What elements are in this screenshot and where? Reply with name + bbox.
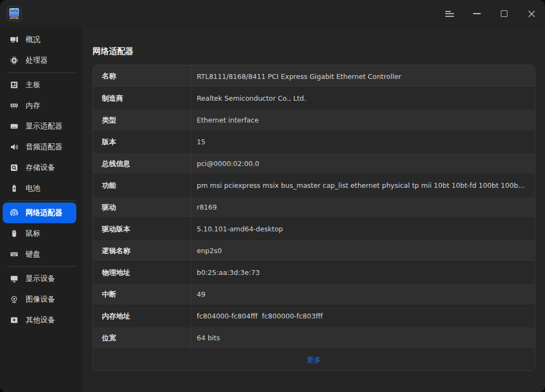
- row-value: enp2s0: [191, 240, 535, 261]
- sidebar-item-storage[interactable]: 存储设备: [3, 157, 76, 178]
- row-label: 中断: [93, 284, 191, 305]
- row-label: 名称: [93, 65, 191, 87]
- sidebar-item-label: 显示设备: [26, 274, 55, 284]
- menu-icon: [445, 9, 454, 18]
- sidebar-item-label: 网络适配器: [26, 208, 63, 218]
- sidebar-item-label: 其他设备: [26, 315, 55, 325]
- table-row: 总线信息pci@0000:02:00.0: [93, 152, 535, 174]
- row-value: RTL8111/8168/8411 PCI Express Gigabit Et…: [191, 65, 535, 87]
- sidebar-item-audio-adapter[interactable]: 音频适配器: [3, 137, 76, 157]
- sidebar-item-other-device[interactable]: 其他设备: [3, 310, 76, 330]
- row-label: 制造商: [93, 88, 191, 109]
- sidebar-item-motherboard[interactable]: 主板: [3, 75, 76, 95]
- storage-icon: [10, 163, 19, 172]
- row-value: pci@0000:02:00.0: [191, 153, 535, 174]
- sidebar-item-image-device[interactable]: 图像设备: [3, 289, 76, 310]
- table-row: 功能pm msi pciexpress msix bus_master cap_…: [93, 174, 535, 196]
- table-row: 位宽64 bits: [93, 327, 535, 348]
- sidebar-item-label: 鼠标: [26, 229, 40, 238]
- battery-icon: [10, 184, 19, 193]
- sidebar-item-label: 电池: [26, 183, 40, 193]
- row-label: 逻辑名称: [93, 240, 191, 261]
- image-device-icon: [10, 295, 19, 304]
- row-label: 总线信息: [93, 153, 191, 174]
- table-row: 驱动r8169: [93, 196, 535, 218]
- sidebar-item-mouse[interactable]: 鼠标: [3, 223, 76, 244]
- titlebar: info: [0, 0, 545, 27]
- row-label: 类型: [93, 109, 191, 131]
- sidebar-item-label: 显示适配器: [26, 121, 63, 131]
- mouse-icon: [10, 229, 19, 238]
- window-controls: [436, 0, 545, 27]
- cpu-icon: [10, 56, 19, 65]
- menu-button[interactable]: [436, 0, 463, 27]
- table-row: 版本15: [93, 131, 535, 152]
- sidebar-item-label: 内存: [26, 101, 40, 111]
- close-icon: [528, 10, 536, 18]
- minimize-button[interactable]: [463, 0, 491, 27]
- chip-graphic: info: [9, 8, 19, 17]
- row-value: 15: [191, 131, 535, 152]
- sidebar-item-memory[interactable]: 内存: [3, 95, 76, 116]
- display-adapter-icon: [10, 122, 19, 131]
- sidebar-item-display-device[interactable]: 显示设备: [3, 268, 76, 289]
- sidebar-item-overview[interactable]: 概况: [3, 29, 76, 50]
- keyboard-icon: [10, 250, 19, 259]
- sidebar-item-network-adapter[interactable]: 网络适配器: [3, 203, 76, 223]
- memory-icon: [10, 101, 19, 110]
- close-button[interactable]: [518, 0, 545, 27]
- table-row: 类型Ethernet interface: [93, 109, 535, 131]
- device-manager-window: info 概况处理器主板内存显示适配器音频: [0, 0, 545, 392]
- row-label: 功能: [93, 175, 191, 196]
- sidebar-item-label: 音频适配器: [26, 142, 63, 152]
- sidebar-item-label: 概况: [26, 35, 40, 45]
- table-row: 名称RTL8111/8168/8411 PCI Express Gigabit …: [93, 65, 535, 87]
- app-icon-label: info: [10, 9, 18, 13]
- table-row: 内存地址fc804000-fc804fff fc800000-fc803fff: [93, 305, 535, 327]
- minimize-icon: [473, 13, 481, 14]
- row-label: 内存地址: [93, 305, 191, 327]
- maximize-button[interactable]: [491, 0, 518, 27]
- row-value: b0:25:aa:3d:3e:73: [191, 262, 535, 283]
- table-row: 物理地址b0:25:aa:3d:3e:73: [93, 261, 535, 283]
- table-row: 制造商Realtek Semiconductor Co., Ltd.: [93, 87, 535, 109]
- sidebar-item-label: 处理器: [26, 56, 48, 65]
- network-adapter-icon: [10, 209, 19, 217]
- sidebar-divider: [8, 266, 76, 267]
- row-label: 位宽: [93, 327, 191, 348]
- window-body: 概况处理器主板内存显示适配器音频适配器存储设备电池网络适配器鼠标键盘显示设备图像…: [0, 27, 545, 392]
- sidebar: 概况处理器主板内存显示适配器音频适配器存储设备电池网络适配器鼠标键盘显示设备图像…: [0, 27, 83, 392]
- sidebar-item-label: 存储设备: [26, 163, 55, 173]
- row-value: Ethernet interface: [191, 109, 535, 131]
- sidebar-item-cpu[interactable]: 处理器: [3, 50, 76, 71]
- sidebar-item-keyboard[interactable]: 键盘: [3, 244, 76, 265]
- sidebar-item-label: 主板: [26, 80, 40, 90]
- row-value: 49: [191, 284, 535, 305]
- sidebar-divider: [8, 72, 76, 73]
- table-row: 中断49: [93, 283, 535, 305]
- overview-icon: [10, 35, 19, 44]
- maximize-icon: [501, 10, 507, 17]
- row-label: 驱动版本: [93, 218, 191, 240]
- row-value: fc804000-fc804fff fc800000-fc803fff: [191, 305, 535, 327]
- audio-adapter-icon: [10, 143, 19, 151]
- sidebar-divider: [8, 200, 76, 201]
- app-icon: info: [7, 6, 22, 21]
- row-value: pm msi pciexpress msix bus_master cap_li…: [191, 175, 535, 196]
- row-value: r8169: [191, 197, 535, 218]
- row-label: 驱动: [93, 197, 191, 218]
- sidebar-item-battery[interactable]: 电池: [3, 178, 76, 199]
- sidebar-item-label: 图像设备: [26, 295, 55, 304]
- display-device-icon: [10, 274, 19, 283]
- sidebar-item-label: 键盘: [26, 249, 40, 259]
- chip-pins: [10, 17, 19, 19]
- table-row: 逻辑名称enp2s0: [93, 240, 535, 261]
- row-label: 版本: [93, 131, 191, 152]
- info-table: 名称RTL8111/8168/8411 PCI Express Gigabit …: [93, 65, 535, 371]
- row-value: Realtek Semiconductor Co., Ltd.: [191, 88, 535, 109]
- row-value: 64 bits: [191, 327, 535, 348]
- row-label: 物理地址: [93, 262, 191, 283]
- more-link[interactable]: 更多: [93, 348, 535, 370]
- other-device-icon: [10, 316, 19, 324]
- sidebar-item-display-adapter[interactable]: 显示适配器: [3, 116, 76, 137]
